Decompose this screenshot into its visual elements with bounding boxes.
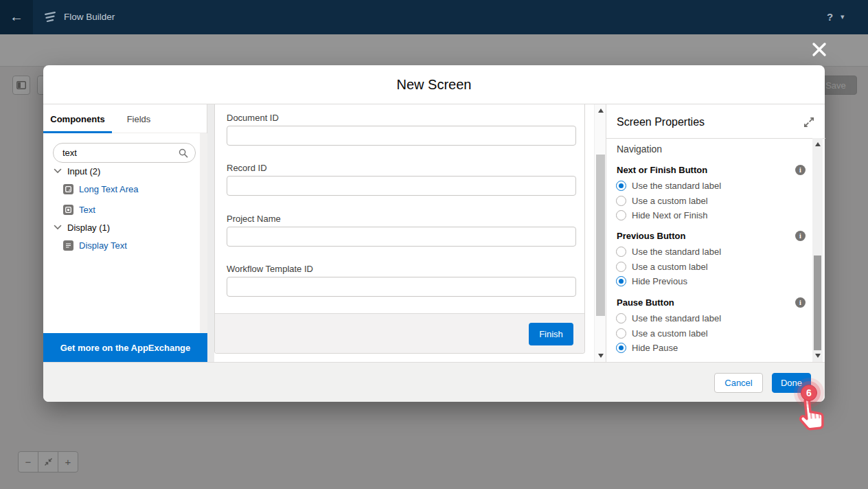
search-input[interactable] xyxy=(62,144,172,161)
info-icon[interactable]: i xyxy=(795,231,806,241)
radio-icon[interactable] xyxy=(616,210,626,220)
properties-divider xyxy=(606,138,825,139)
tree-item-long-text-area[interactable]: Long Text Area xyxy=(43,183,198,195)
app-title: Flow Builder xyxy=(64,0,115,34)
tree-item-label[interactable]: Text xyxy=(79,205,95,215)
scroll-down-icon[interactable] xyxy=(812,351,823,361)
document-id-input[interactable] xyxy=(227,126,576,146)
radio-label: Hide Pause xyxy=(632,343,678,353)
radio-previous-custom[interactable]: Use a custom label xyxy=(616,261,708,272)
radio-previous-hide[interactable]: Hide Previous xyxy=(616,275,687,286)
screen-preview-card: Document ID Record ID Project Name Workf… xyxy=(214,104,585,354)
tree-group-label: Input (2) xyxy=(67,166,100,177)
properties-scrollbar-thumb[interactable] xyxy=(814,255,821,350)
left-panel-scrollbar[interactable] xyxy=(200,133,207,333)
tree-item-label[interactable]: Long Text Area xyxy=(79,184,139,194)
active-tab-underline xyxy=(43,131,112,133)
expand-panel-icon[interactable] xyxy=(803,116,815,128)
display-text-icon xyxy=(63,240,73,251)
radio-icon[interactable] xyxy=(616,328,626,339)
radio-next-custom[interactable]: Use a custom label xyxy=(616,195,708,206)
record-id-input[interactable] xyxy=(227,176,576,196)
canvas-gutter xyxy=(207,104,214,362)
components-panel: Components Fields Input (2) xyxy=(43,104,207,362)
radio-label: Use the standard label xyxy=(632,247,721,257)
help-caret-icon[interactable]: ▾ xyxy=(841,0,845,34)
field-label: Record ID xyxy=(227,163,267,173)
radio-label: Use a custom label xyxy=(632,196,708,206)
radio-label: Hide Next or Finish xyxy=(632,210,708,220)
workflow-template-id-input[interactable] xyxy=(227,277,576,297)
radio-icon[interactable] xyxy=(616,262,626,272)
appexchange-label: Get more on the AppExchange xyxy=(60,343,191,353)
radio-pause-hide[interactable]: Hide Pause xyxy=(616,342,678,353)
screen-preview-footer: Finish xyxy=(215,313,584,353)
tab-fields-label: Fields xyxy=(127,114,151,124)
tree-item-label[interactable]: Display Text xyxy=(79,240,127,251)
radio-label: Use a custom label xyxy=(632,262,708,272)
scroll-up-icon[interactable] xyxy=(812,139,823,149)
new-screen-modal: New Screen Components Fields xyxy=(43,65,825,402)
radio-label: Hide Previous xyxy=(632,276,687,286)
radio-icon[interactable] xyxy=(616,196,626,206)
scroll-down-icon[interactable] xyxy=(595,351,606,361)
radio-selected-icon[interactable] xyxy=(616,181,626,191)
modal-close-button[interactable] xyxy=(809,39,830,60)
tab-components[interactable]: Components xyxy=(43,104,112,133)
info-icon[interactable]: i xyxy=(795,297,806,308)
step-number-badge: 6 xyxy=(801,385,817,401)
radio-next-hide[interactable]: Hide Next or Finish xyxy=(616,209,708,220)
help-icon[interactable]: ? xyxy=(827,0,833,34)
radio-pause-standard[interactable]: Use the standard label xyxy=(616,312,721,323)
canvas-scrollbar[interactable] xyxy=(594,104,606,362)
finish-button[interactable]: Finish xyxy=(529,323,573,345)
canvas-scrollbar-thumb[interactable] xyxy=(596,155,605,316)
radio-previous-standard[interactable]: Use the standard label xyxy=(616,246,721,257)
modal-footer: Cancel Done xyxy=(43,362,825,402)
tree-item-text[interactable]: Text xyxy=(43,203,198,216)
tree-group-label: Display (1) xyxy=(67,223,110,233)
field-label: Workflow Template ID xyxy=(227,264,313,274)
chevron-down-icon[interactable] xyxy=(54,225,62,230)
modal-title: New Screen xyxy=(397,77,472,92)
radio-icon[interactable] xyxy=(616,313,626,323)
radio-label: Use the standard label xyxy=(632,313,721,323)
radio-label: Use a custom label xyxy=(632,328,708,339)
pause-group-label: Pause Button xyxy=(617,297,674,308)
tree-group-display[interactable]: Display (1) xyxy=(43,221,198,234)
info-icon[interactable]: i xyxy=(795,165,806,175)
appexchange-button[interactable]: Get more on the AppExchange xyxy=(43,333,207,362)
radio-selected-icon[interactable] xyxy=(616,276,626,286)
radio-selected-icon[interactable] xyxy=(616,343,626,353)
back-button[interactable]: ← xyxy=(0,0,33,34)
tree-item-display-text[interactable]: Display Text xyxy=(43,239,198,251)
flow-builder-logo-icon xyxy=(43,10,58,25)
properties-title: Screen Properties xyxy=(617,116,705,128)
back-arrow-icon: ← xyxy=(10,9,23,24)
tab-fields[interactable]: Fields xyxy=(112,104,165,133)
cancel-button[interactable]: Cancel xyxy=(714,373,763,393)
field-label: Document ID xyxy=(227,113,279,123)
navigation-section-label: Navigation xyxy=(617,144,662,155)
search-icon xyxy=(179,148,188,158)
tab-components-label: Components xyxy=(50,114,104,124)
scroll-up-icon[interactable] xyxy=(595,106,606,115)
chevron-down-icon[interactable] xyxy=(54,168,62,174)
next-finish-group-label: Next or Finish Button xyxy=(617,165,707,175)
long-text-area-icon xyxy=(63,184,73,194)
radio-label: Use the standard label xyxy=(632,181,721,191)
app-header: ← Flow Builder ? ▾ xyxy=(0,0,868,34)
radio-icon[interactable] xyxy=(616,247,626,257)
radio-pause-custom[interactable]: Use a custom label xyxy=(616,328,708,339)
previous-group-label: Previous Button xyxy=(617,231,685,241)
radio-next-standard[interactable]: Use the standard label xyxy=(616,180,721,191)
screen-preview-canvas: Document ID Record ID Project Name Workf… xyxy=(207,104,606,362)
text-input-icon xyxy=(63,205,73,215)
properties-scrollbar[interactable] xyxy=(812,138,823,362)
modal-header: New Screen xyxy=(43,65,825,104)
project-name-input[interactable] xyxy=(227,227,576,247)
tree-group-input[interactable]: Input (2) xyxy=(43,165,198,177)
component-search xyxy=(53,143,196,163)
flow-builder-app: ← Flow Builder ? ▾ ✓ Select Elements ↶ xyxy=(0,0,868,489)
field-label: Project Name xyxy=(227,214,281,224)
